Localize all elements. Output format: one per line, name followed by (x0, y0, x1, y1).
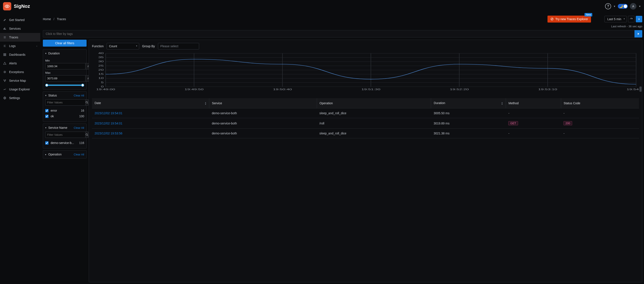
svg-text:19:50:40: 19:50:40 (273, 88, 292, 91)
svg-text:40: 40 (98, 52, 104, 54)
line-chart-icon (3, 88, 6, 91)
rocket-icon (3, 19, 6, 22)
status-search-button[interactable] (86, 99, 88, 106)
table-cell: - (506, 108, 561, 118)
auto-refresh-menu-button[interactable]: ▼ (636, 16, 642, 22)
duration-range-slider[interactable] (46, 85, 84, 86)
svg-point-15 (86, 134, 88, 135)
trace-date-link[interactable]: 2023/12/02 19:54:01 (94, 122, 122, 125)
status-item-error[interactable]: error 16 (45, 108, 84, 113)
table-row[interactable]: 2023/12/02 19:54:01demo-service-bothslee… (92, 108, 639, 118)
status-checkbox-ok[interactable] (45, 115, 48, 118)
sidebar-item-label: Dashboards (9, 53, 26, 56)
table-row[interactable]: 2023/12/02 19:54:01demo-service-both/rol… (92, 118, 639, 128)
main-panel: Function Count Group By Please select 40… (89, 40, 642, 282)
tag-filter-input[interactable] (43, 30, 634, 38)
table-cell: - (561, 128, 639, 138)
theme-toggle[interactable]: 🌙 (618, 4, 628, 9)
groupby-select[interactable]: Please select (158, 43, 199, 49)
duration-max-input[interactable] (45, 75, 86, 81)
user-avatar[interactable]: A (630, 3, 636, 10)
clear-all-filters-button[interactable]: Clear all filters (43, 40, 86, 47)
svg-rect-4 (4, 54, 4, 54)
svg-text:20: 20 (98, 69, 104, 71)
time-range-label: Last 5 min (607, 17, 621, 21)
breadcrumb-separator: / (54, 17, 54, 21)
svg-text:19:49:50: 19:49:50 (184, 88, 204, 91)
help-menu-chevron[interactable]: ▼ (613, 5, 616, 8)
groupby-placeholder: Please select (160, 44, 178, 48)
run-query-button[interactable] (634, 30, 642, 38)
chart-scrollbar[interactable] (640, 86, 642, 92)
sidebar-item-dashboards[interactable]: Dashboards (0, 50, 40, 59)
sidebar-item-usage-explorer[interactable]: Usage Explorer (0, 85, 40, 94)
slider-handle-min[interactable] (45, 84, 48, 87)
duration-min-input[interactable] (45, 63, 86, 69)
traces-count-chart[interactable]: 403530252015105019:49:0019:49:5019:50:40… (92, 52, 639, 91)
svg-text:19:54:00: 19:54:00 (627, 88, 639, 91)
svg-rect-2 (4, 28, 5, 30)
svg-text:30: 30 (98, 60, 104, 63)
compass-icon (550, 18, 554, 21)
sidebar-item-service-map[interactable]: Service Map (0, 76, 40, 85)
status-search-input[interactable] (45, 99, 86, 106)
help-icon[interactable]: ? (605, 3, 611, 9)
table-cell: - (506, 128, 561, 138)
svg-text:15: 15 (98, 73, 104, 75)
service-name-checkbox[interactable] (45, 141, 48, 145)
function-label: Function (92, 44, 104, 48)
sidebar-item-settings[interactable]: Settings (0, 94, 40, 102)
filter-head-status[interactable]: ▾ Status Clear All (43, 91, 86, 99)
sort-icon: ▲▼ (501, 102, 503, 105)
function-select[interactable]: Count (107, 43, 139, 49)
col-label: Service (212, 101, 222, 105)
sidebar-item-label: Alerts (9, 62, 17, 65)
col-label: Method (508, 101, 519, 105)
breadcrumb-current: Traces (57, 17, 66, 21)
sidebar-item-exceptions[interactable]: Exceptions (0, 68, 40, 76)
deployment-icon (3, 79, 6, 82)
clear-service-name-link[interactable]: Clear All (74, 126, 84, 129)
filter-head-service-name[interactable]: ▾ Service Name Clear All (43, 124, 86, 131)
table-cell: GET (506, 118, 561, 128)
sidebar-item-alerts[interactable]: Alerts (0, 59, 40, 68)
sidebar-item-services[interactable]: Services (0, 24, 40, 33)
user-menu-chevron[interactable]: ▼ (638, 5, 641, 8)
filter-head-operation[interactable]: ▸ Operation Clear All (43, 151, 86, 158)
filters-panel: Clear all filters ▾ Duration Min ms Max (43, 40, 86, 282)
sidebar-item-label: Settings (9, 96, 20, 100)
breadcrumb-home[interactable]: Home (43, 17, 51, 21)
sidebar-item-logs[interactable]: Logs › (0, 42, 40, 50)
filter-card-operation: ▸ Operation Clear All (43, 150, 86, 159)
filter-head-duration[interactable]: ▾ Duration (43, 49, 86, 57)
try-new-traces-label: Try new Traces Explorer (555, 17, 588, 21)
refresh-button[interactable] (628, 16, 634, 22)
slider-handle-max[interactable] (81, 84, 84, 87)
gear-icon (3, 96, 6, 99)
try-new-traces-button[interactable]: Try new Traces Explorer New (548, 16, 591, 23)
sidebar-item-get-started[interactable]: Get Started (0, 16, 40, 24)
col-duration[interactable]: Duration ▲▼ (431, 98, 506, 108)
sidebar-item-traces[interactable]: Traces (0, 33, 40, 42)
new-badge: New (584, 13, 592, 17)
trace-date-link[interactable]: 2023/12/02 19:53:56 (94, 131, 122, 135)
clear-status-link[interactable]: Clear All (74, 94, 84, 97)
time-range-picker[interactable]: Last 5 min (604, 16, 627, 22)
col-label: Duration (434, 101, 445, 105)
clear-operation-link[interactable]: Clear All (74, 153, 84, 156)
trace-date-link[interactable]: 2023/12/02 19:54:01 (94, 111, 122, 115)
service-name-item[interactable]: demo-service-b... 116 (45, 140, 84, 146)
svg-point-9 (4, 80, 4, 80)
sidebar: Get Started Services Traces Logs › Dashb… (0, 13, 40, 284)
table-row[interactable]: 2023/12/02 19:53:56demo-service-bothslee… (92, 128, 639, 138)
col-operation: Operation (317, 98, 431, 108)
status-item-ok[interactable]: ok 100 (45, 113, 84, 119)
service-name-search-input[interactable] (45, 131, 86, 138)
service-name-search-button[interactable] (86, 131, 88, 138)
brand-logo (3, 2, 11, 11)
status-checkbox-error[interactable] (45, 109, 48, 112)
col-date[interactable]: Date ▲▼ (92, 98, 209, 108)
svg-point-0 (6, 6, 8, 7)
eye-icon (5, 4, 10, 9)
dashboard-icon (3, 53, 6, 56)
